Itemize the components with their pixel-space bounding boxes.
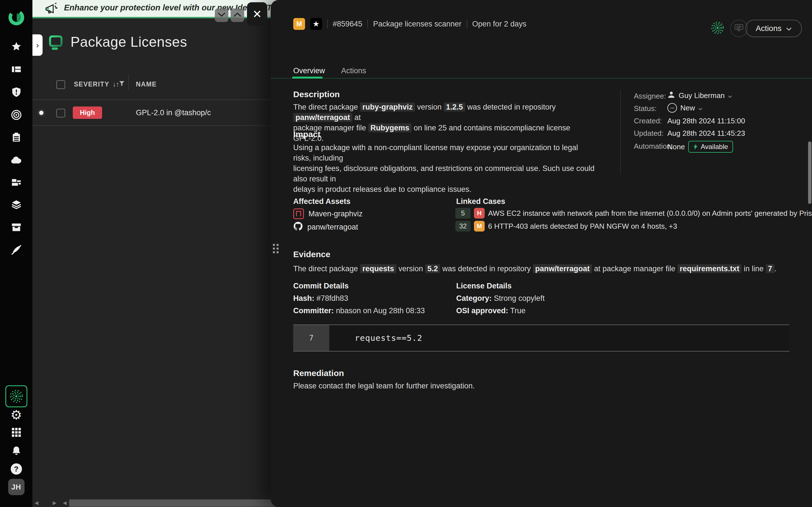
comments-button[interactable] <box>730 20 748 37</box>
section-heading-commit-details: Commit Details <box>293 282 349 290</box>
chevron-down-icon <box>217 12 226 18</box>
commit-hash: Hash: #78fdh83 <box>293 294 348 303</box>
filter-funnel-icon[interactable] <box>119 80 125 88</box>
separator <box>467 20 467 28</box>
sidebar-item-apps[interactable] <box>0 422 33 442</box>
user-avatar[interactable]: JH <box>0 478 33 496</box>
updated-label: Updated: <box>634 129 664 138</box>
sidebar-item-ai-assistant-active[interactable] <box>0 386 33 406</box>
actions-button[interactable]: Actions <box>746 20 802 37</box>
section-heading-license-details: License Details <box>456 282 512 290</box>
case-age: Open for 2 days <box>472 20 526 29</box>
row-indicator-dot <box>39 111 43 115</box>
severity-badge-high: H <box>474 208 485 219</box>
status-value[interactable]: New <box>667 103 702 113</box>
sidebar-item-detections[interactable] <box>0 105 33 125</box>
license-osi: OSI approved: True <box>456 306 525 315</box>
description-text: The direct package ruby-graphviz version… <box>293 102 587 144</box>
sidebar-item-layers[interactable] <box>0 195 33 215</box>
sidebar-item-settings[interactable]: ⚙ <box>0 405 33 425</box>
apps-grid-icon <box>11 428 21 437</box>
banner-expand-button[interactable] <box>231 8 244 22</box>
chevron-right-icon: › <box>36 40 39 50</box>
sidebar-item-supply-chain[interactable] <box>0 240 33 260</box>
remediation-text: Please contact the legal team for furthe… <box>293 381 688 391</box>
close-icon: ✕ <box>252 8 262 20</box>
status-label: Status: <box>634 104 657 113</box>
asset-item-repo[interactable]: panw/terragoat <box>293 221 358 233</box>
select-all-checkbox[interactable] <box>56 80 65 89</box>
clipboard-icon <box>11 132 21 143</box>
banner-collapse-button[interactable] <box>215 8 229 22</box>
sidebar-item-reports[interactable] <box>0 128 33 147</box>
boards-icon <box>11 64 21 74</box>
bell-icon <box>11 446 21 455</box>
sidebar-item-boards[interactable] <box>0 59 33 79</box>
automation-label: Automation: <box>634 142 673 151</box>
row-checkbox[interactable] <box>56 109 65 117</box>
star-icon <box>11 41 21 52</box>
column-divider <box>128 75 129 91</box>
maven-package-icon <box>293 209 304 219</box>
help-icon: ? <box>11 463 22 474</box>
sidebar-item-inventory[interactable] <box>0 217 33 237</box>
sidebar-item-help[interactable]: ? <box>0 459 33 479</box>
asset-item-maven[interactable]: Maven-graphviz <box>293 209 363 219</box>
ai-assistant-icon[interactable] <box>711 21 725 36</box>
case-count-badge: 32 <box>455 221 470 231</box>
created-value: Aug 28th 2024 11:15:00 <box>667 117 745 125</box>
column-header-severity[interactable]: SEVERITY ↓↑ <box>74 80 119 88</box>
sidebar-item-assets[interactable] <box>0 172 33 192</box>
avatar-initials: JH <box>8 479 24 495</box>
tab-actions[interactable]: Actions <box>341 66 366 75</box>
person-icon <box>667 91 675 101</box>
sort-icon: ↓↑ <box>113 80 119 88</box>
chevron-down-icon <box>786 24 792 33</box>
column-header-name[interactable]: NAME <box>136 80 157 88</box>
case-header-meta: M ★ #859645 Package licenses scanner Ope… <box>293 18 526 30</box>
section-heading-linked-cases: Linked Cases <box>456 197 505 206</box>
banner-close-button[interactable]: ✕ <box>247 2 267 26</box>
active-tab-underline <box>292 76 322 78</box>
star-badge[interactable]: ★ <box>310 18 322 30</box>
sidebar-item-security-alerts[interactable] <box>0 82 33 102</box>
linked-case-item[interactable]: 32 M 6 HTTP-403 alerts detected by PAN N… <box>455 221 677 231</box>
vertical-scrollbar-thumb[interactable] <box>808 142 811 204</box>
sidebar-item-favorites[interactable] <box>0 37 33 56</box>
section-heading-evidence: Evidence <box>293 249 331 259</box>
brand-logo[interactable] <box>0 8 33 27</box>
impact-text: Using a package with a non-compliant lic… <box>293 143 598 194</box>
evidence-text: The direct package requests version 5.2 … <box>293 264 772 274</box>
scanner-name: Package licenses scanner <box>373 20 462 29</box>
case-count-badge: 5 <box>455 208 470 219</box>
app-screen: ⚙ ? JH Enhance <box>0 0 812 507</box>
linked-case-item[interactable]: 5 H AWS EC2 instance with network path f… <box>455 208 812 219</box>
case-id: #859645 <box>333 20 362 29</box>
scroll-left-icon[interactable]: ◀ <box>63 501 66 505</box>
scroll-right-icon[interactable]: ▶ <box>53 501 56 505</box>
section-heading-affected-assets: Affected Assets <box>293 197 350 206</box>
horizontal-scrollbar-thumb[interactable] <box>69 499 299 507</box>
target-icon <box>11 110 22 120</box>
sidebar-item-notifications[interactable] <box>0 441 33 460</box>
commit-committer: Committer: nbason on Aug 28th 08:33 <box>293 306 425 315</box>
layers-icon <box>11 200 22 210</box>
panel-drag-handle[interactable] <box>273 244 278 253</box>
automation-available-button[interactable]: Available <box>688 141 733 153</box>
scroll-left-icon[interactable]: ◀ <box>35 501 38 505</box>
updated-value: Aug 28th 2024 11:45:23 <box>667 129 745 138</box>
ai-sparkle-dots-icon <box>5 385 28 407</box>
panel-expand-button[interactable]: › <box>33 34 43 56</box>
code-snippet: 7 requests==5.2 <box>293 325 790 351</box>
chevron-down-icon <box>728 91 732 100</box>
section-heading-description: Description <box>293 90 340 99</box>
section-heading-remediation: Remediation <box>293 369 344 378</box>
github-icon <box>293 221 303 233</box>
row-name: GPL-2.0 in @tashop/c <box>136 108 211 117</box>
sidebar-item-cloud[interactable] <box>0 150 33 170</box>
blocks-icon <box>11 177 21 187</box>
tab-bar-line <box>271 78 812 78</box>
tab-overview[interactable]: Overview <box>293 66 325 75</box>
assignee-value[interactable]: Guy Liberman <box>667 91 732 101</box>
section-heading-impact: Impact <box>293 129 320 139</box>
